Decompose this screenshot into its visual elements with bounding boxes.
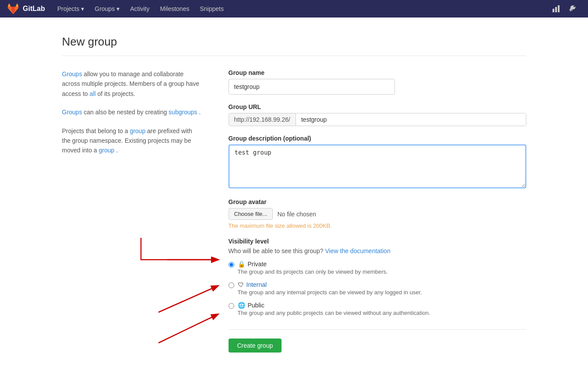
avatar-input-group: Choose file... No file chosen (229, 208, 526, 220)
svg-rect-2 (558, 5, 560, 12)
info-para-2: Groups can also be nested by creating su… (62, 107, 202, 117)
group-name-input[interactable] (229, 79, 395, 95)
group-link-4[interactable]: group (99, 147, 115, 154)
private-label: Private (248, 261, 267, 268)
page-title: New group (62, 35, 526, 56)
wrench-icon-btn[interactable] (564, 0, 581, 18)
nav-activity[interactable]: Activity (125, 0, 155, 18)
globe-icon: 🌐 (238, 302, 245, 309)
group-name-label: Group name (229, 69, 526, 76)
brand-label: GitLab (23, 5, 45, 13)
internal-label: Internal (246, 281, 267, 288)
brand[interactable]: GitLab (7, 3, 45, 15)
group-name-group: Group name (229, 69, 526, 95)
submit-section: Create group (229, 329, 526, 353)
right-panel: Group name Group URL http://192.168.99.2… (229, 69, 526, 353)
lock-icon: 🔒 (238, 261, 245, 268)
content-layout: Groups allow you to manage and collabora… (62, 69, 526, 353)
view-docs-link[interactable]: View the documentation (325, 247, 391, 254)
nav-projects[interactable]: Projects ▾ (52, 0, 90, 18)
max-file-size-text: The maximum file size allowed is 200KB. (229, 222, 526, 229)
group-url-group: Group URL http://192.168.99.26/ (229, 103, 526, 126)
subgroups-link[interactable]: subgroups (169, 109, 197, 116)
group-link-3[interactable]: group (130, 127, 145, 134)
info-para-1: Groups allow you to manage and collabora… (62, 69, 202, 99)
group-avatar-group: Group avatar Choose file... No file chos… (229, 198, 526, 229)
visibility-section: Visibility level Who will be able to see… (229, 238, 526, 316)
chart-icon-btn[interactable] (548, 0, 564, 18)
url-prefix: http://192.168.99.26/ (229, 113, 296, 126)
visibility-subtitle: Who will be able to see this group? View… (229, 247, 526, 254)
chevron-down-icon: ▾ (81, 5, 84, 12)
shield-icon: 🛡 (238, 281, 244, 288)
nav-groups[interactable]: Groups ▾ (89, 0, 125, 18)
nav-snippets[interactable]: Snippets (194, 0, 229, 18)
page-container: New group Groups allow you to manage and… (53, 18, 535, 370)
group-description-label: Group description (optional) (229, 135, 526, 142)
visibility-private-radio[interactable] (229, 262, 234, 268)
group-url-label: Group URL (229, 103, 526, 110)
group-url-input[interactable] (296, 113, 526, 126)
private-desc: The group and its projects can only be v… (238, 268, 388, 275)
visibility-internal-radio[interactable] (229, 282, 234, 288)
create-group-button[interactable]: Create group (229, 339, 282, 353)
public-desc: The group and any public projects can be… (238, 310, 430, 316)
group-url-wrapper: http://192.168.99.26/ (229, 113, 526, 126)
info-para-3: Projects that belong to a group are pref… (62, 126, 202, 155)
visibility-public-option: 🌐 Public The group and any public projec… (229, 302, 526, 316)
visibility-internal-option: 🛡 Internal The group and any internal pr… (229, 281, 526, 296)
svg-rect-1 (555, 7, 557, 12)
internal-desc: The group and any internal projects can … (238, 289, 422, 296)
visibility-private-option: 🔒 Private The group and its projects can… (229, 261, 526, 275)
groups-link-2[interactable]: Groups (62, 109, 82, 116)
all-link[interactable]: all (90, 90, 96, 97)
nav-milestones[interactable]: Milestones (155, 0, 195, 18)
visibility-public-radio[interactable] (229, 303, 234, 309)
navbar: GitLab Projects ▾ Groups ▾ Activity Mile… (0, 0, 588, 18)
group-avatar-label: Group avatar (229, 198, 526, 205)
no-file-text: No file chosen (277, 211, 316, 218)
visibility-title: Visibility level (229, 238, 526, 245)
choose-file-button[interactable]: Choose file... (229, 208, 273, 220)
public-label: Public (248, 302, 264, 309)
groups-link-1[interactable]: Groups (62, 71, 82, 78)
left-panel: Groups allow you to manage and collabora… (62, 69, 202, 353)
group-description-group: Group description (optional) test group (229, 135, 526, 190)
group-description-textarea[interactable]: test group (229, 145, 526, 188)
svg-rect-0 (553, 9, 554, 12)
chevron-down-icon: ▾ (116, 5, 120, 12)
